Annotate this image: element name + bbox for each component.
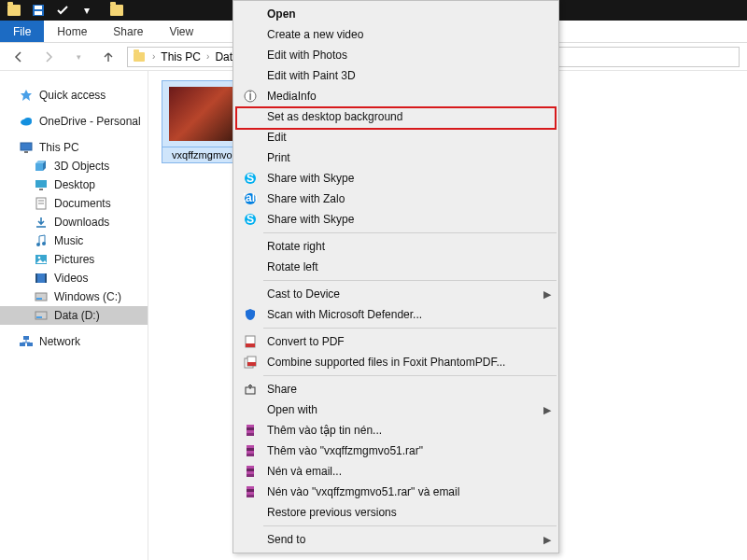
blank-icon	[241, 150, 260, 165]
context-menu-item[interactable]: SShare with Skype	[235, 209, 557, 230]
folder-qat-icon[interactable]	[4, 2, 24, 19]
blank-icon	[241, 505, 260, 520]
context-menu-item[interactable]: Nén và email...	[235, 461, 557, 482]
context-menu-label: MediaInfo	[267, 90, 551, 103]
svg-text:S: S	[247, 172, 254, 185]
sidebar-item-music[interactable]: Music	[0, 231, 148, 250]
context-menu-item[interactable]: Create a new video	[235, 24, 557, 45]
context-menu-separator	[263, 525, 557, 526]
blank-icon	[241, 259, 260, 274]
sidebar-item-desktop[interactable]: Desktop	[0, 175, 148, 194]
context-menu-separator	[263, 328, 557, 329]
context-menu-item[interactable]: Send to▶	[235, 529, 557, 550]
sidebar-item-windows-c-[interactable]: Windows (C:)	[0, 287, 148, 306]
blank-icon	[241, 402, 260, 417]
context-menu-item[interactable]: Print	[235, 147, 557, 168]
folder-type-icon	[34, 233, 49, 248]
monitor-icon	[19, 140, 34, 155]
svg-rect-30	[27, 343, 33, 346]
context-menu-item[interactable]: Thêm vào "vxqffzmgmvo51.rar"	[235, 441, 557, 461]
context-menu-item[interactable]: Share	[235, 379, 557, 399]
svg-rect-24	[45, 273, 47, 283]
context-menu-item[interactable]: Thêm vào tập tin nén...	[235, 420, 557, 441]
context-menu-item[interactable]: Convert to PDF	[235, 331, 557, 352]
save-qat-icon[interactable]	[28, 2, 49, 19]
context-menu-label: Edit	[267, 131, 551, 144]
context-menu-label: Open with	[267, 403, 536, 416]
nav-forward-button[interactable]	[37, 46, 60, 68]
sidebar-quick-access[interactable]: Quick access	[0, 86, 148, 105]
svg-rect-54	[247, 448, 254, 451]
context-menu-item[interactable]: ZaloShare with Zalo	[235, 189, 557, 209]
ribbon-file-tab[interactable]: File	[0, 21, 44, 42]
breadcrumb-this-pc[interactable]: This PC	[161, 50, 201, 63]
context-menu-label: Thêm vào tập tin nén...	[267, 424, 551, 437]
sidebar-item-data-d-[interactable]: Data (D:)	[0, 306, 148, 325]
context-menu-item[interactable]: Open	[235, 4, 557, 24]
check-qat-icon[interactable]	[52, 2, 73, 19]
qat-overflow-icon[interactable]: ▾	[77, 2, 97, 19]
ribbon-tab-share[interactable]: Share	[100, 21, 156, 42]
context-menu-item[interactable]: Edit with Photos	[235, 45, 557, 65]
svg-rect-12	[39, 189, 43, 190]
context-menu-label: Thêm vào "vxqffzmgmvo51.rar"	[267, 444, 551, 457]
rar-icon	[241, 464, 260, 479]
svg-rect-31	[23, 336, 29, 340]
ribbon-tab-view[interactable]: View	[156, 21, 206, 42]
context-menu-item[interactable]: Rotate left	[235, 257, 557, 277]
ribbon-tab-home[interactable]: Home	[44, 21, 100, 42]
context-menu-item[interactable]: Open with▶	[235, 399, 557, 420]
rar-icon	[241, 484, 260, 499]
sidebar-this-pc[interactable]: This PC	[0, 138, 148, 157]
cloud-icon	[19, 114, 34, 129]
nav-recent-button[interactable]: ▾	[67, 46, 90, 68]
context-menu-item[interactable]: Set as desktop background	[235, 106, 557, 127]
folder-type-icon	[34, 196, 49, 211]
context-menu-item[interactable]: Edit	[235, 127, 557, 147]
nav-up-button[interactable]	[97, 46, 120, 68]
context-menu-item[interactable]: Edit with Paint 3D	[235, 65, 557, 86]
context-menu-item[interactable]: Restore previous versions	[235, 502, 557, 523]
folder-type-icon	[34, 177, 49, 192]
sidebar-item-pictures[interactable]: Pictures	[0, 250, 148, 269]
context-menu-label: Edit with Paint 3D	[267, 69, 551, 82]
folder-type-icon	[34, 215, 49, 230]
sidebar-item-3d-objects[interactable]: 3D Objects	[0, 157, 148, 175]
svg-rect-59	[247, 471, 254, 474]
sidebar-onedrive[interactable]: OneDrive - Personal	[0, 112, 148, 131]
context-menu-label: Send to	[267, 533, 536, 546]
pdf2-icon	[241, 355, 260, 370]
context-menu-item[interactable]: Combine supported files in Foxit Phantom…	[235, 352, 557, 372]
context-menu-label: Print	[267, 151, 551, 164]
blank-icon	[241, 68, 260, 83]
sidebar-item-downloads[interactable]: Downloads	[0, 213, 148, 231]
sidebar-item-label: Downloads	[54, 216, 109, 229]
sidebar-item-documents[interactable]: Documents	[0, 194, 148, 213]
chevron-icon: ›	[206, 51, 209, 62]
context-menu-label: Cast to Device	[267, 287, 536, 301]
svg-rect-57	[247, 466, 254, 469]
folder-title-icon	[106, 2, 127, 19]
context-menu-item[interactable]: iMediaInfo	[235, 86, 557, 106]
context-menu-label: Restore previous versions	[267, 506, 551, 519]
nav-back-button[interactable]	[7, 46, 30, 68]
sidebar-network[interactable]: Network	[0, 332, 148, 351]
sidebar-item-label: Pictures	[54, 253, 94, 266]
context-menu-item[interactable]: Nén vào "vxqffzmgmvo51.rar" và email	[235, 482, 557, 502]
context-menu-label: Rotate right	[267, 240, 551, 253]
svg-rect-2	[35, 11, 42, 15]
svg-text:Zalo: Zalo	[244, 192, 257, 204]
sidebar-item-label: Quick access	[39, 89, 106, 102]
context-menu-item[interactable]: SShare with Skype	[235, 168, 557, 189]
svg-rect-7	[24, 151, 28, 153]
context-menu-item[interactable]: Scan with Microsoft Defender...	[235, 304, 557, 325]
context-menu-item[interactable]: Rotate right	[235, 236, 557, 257]
svg-rect-51	[247, 430, 254, 433]
svg-text:i: i	[249, 90, 252, 103]
context-menu: OpenCreate a new videoEdit with PhotosEd…	[233, 0, 559, 553]
folder-type-icon	[34, 308, 49, 323]
share-icon	[241, 382, 260, 397]
svg-rect-46	[247, 362, 256, 366]
context-menu-item[interactable]: Cast to Device▶	[235, 284, 557, 304]
sidebar-item-videos[interactable]: Videos	[0, 269, 148, 287]
